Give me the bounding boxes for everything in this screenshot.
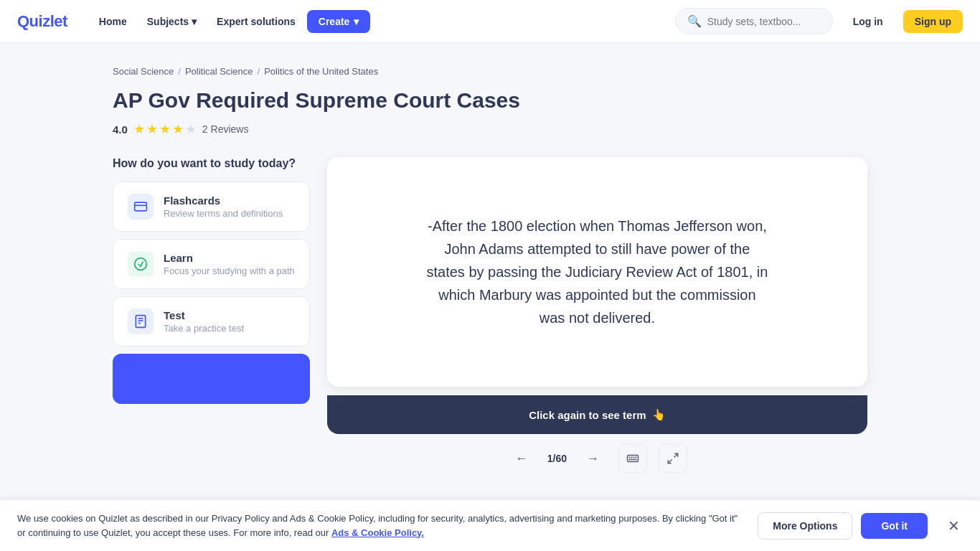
study-option-match-wrapper: Match Get faster at matching terms bbox=[113, 354, 310, 404]
logo[interactable]: Quizlet bbox=[17, 12, 67, 31]
keyboard-button[interactable] bbox=[618, 444, 647, 473]
match-icon bbox=[128, 366, 154, 392]
svg-rect-0 bbox=[135, 202, 147, 211]
card-nav: ← 1/60 → bbox=[327, 444, 867, 473]
card-counter: 1/60 bbox=[547, 453, 567, 464]
nav-expert-solutions[interactable]: Expert solutions bbox=[208, 10, 304, 33]
chevron-down-icon: ▾ bbox=[354, 16, 359, 27]
breadcrumb-sep-1: / bbox=[178, 66, 181, 77]
search-input[interactable] bbox=[707, 16, 821, 27]
star-4: ★ bbox=[172, 121, 184, 137]
breadcrumb-sep-2: / bbox=[258, 66, 260, 77]
login-button[interactable]: Log in bbox=[842, 10, 895, 33]
breadcrumb-social-science[interactable]: Social Science bbox=[113, 66, 174, 77]
breadcrumb-political-science[interactable]: Political Science bbox=[185, 66, 253, 77]
flashcards-title: Flashcards bbox=[164, 194, 283, 207]
study-option-match[interactable]: Match Get faster at matching terms bbox=[113, 354, 310, 404]
flashcards-icon bbox=[128, 194, 154, 220]
learn-icon bbox=[128, 251, 154, 277]
match-option-text: Match Get faster at matching terms bbox=[164, 367, 281, 391]
star-3: ★ bbox=[159, 121, 171, 137]
signup-button[interactable]: Sign up bbox=[903, 10, 963, 33]
learn-title: Learn bbox=[164, 252, 295, 264]
flashcard-text: -After the 1800 election when Thomas Jef… bbox=[425, 215, 769, 329]
svg-point-2 bbox=[135, 258, 147, 270]
rating-row: 4.0 ★ ★ ★ ★ ★ 2 Reviews bbox=[113, 121, 867, 137]
fullscreen-button[interactable] bbox=[659, 444, 687, 473]
study-option-learn[interactable]: Learn Focus your studying with a path bbox=[113, 239, 310, 289]
nav-right: 🔍 Log in Sign up bbox=[675, 8, 963, 34]
star-2: ★ bbox=[146, 121, 158, 137]
stars: ★ ★ ★ ★ ★ bbox=[133, 121, 197, 137]
match-title: Match bbox=[164, 367, 281, 379]
study-options-title: How do you want to study today? bbox=[113, 157, 310, 170]
nav-subjects[interactable]: Subjects ▾ bbox=[138, 10, 205, 33]
study-layout: How do you want to study today? Flashcar… bbox=[113, 157, 867, 473]
study-section: How do you want to study today? Flashcar… bbox=[113, 157, 310, 430]
star-5: ★ bbox=[185, 121, 197, 137]
prev-card-button[interactable]: ← bbox=[507, 444, 536, 473]
chevron-down-icon: ▾ bbox=[192, 16, 197, 27]
breadcrumb: Social Science / Political Science / Pol… bbox=[113, 66, 867, 77]
flashcard[interactable]: -After the 1800 election when Thomas Jef… bbox=[327, 157, 867, 387]
learn-subtitle: Focus your studying with a path bbox=[164, 265, 295, 276]
svg-line-15 bbox=[674, 453, 678, 457]
test-title: Test bbox=[164, 309, 244, 321]
search-icon: 🔍 bbox=[687, 14, 702, 28]
flashcard-container: -After the 1800 election when Thomas Jef… bbox=[327, 157, 867, 473]
rating-score: 4.0 bbox=[113, 123, 128, 136]
flashcard-action[interactable]: Click again to see term 👆 bbox=[327, 395, 867, 434]
flashcard-action-emoji: 👆 bbox=[652, 408, 666, 421]
fullscreen-icon bbox=[666, 452, 679, 465]
navbar: Quizlet Home Subjects ▾ Expert solutions… bbox=[0, 0, 980, 43]
search-bar[interactable]: 🔍 bbox=[675, 8, 833, 34]
next-card-button[interactable]: → bbox=[578, 444, 607, 473]
learn-option-text: Learn Focus your studying with a path bbox=[164, 252, 295, 276]
svg-line-16 bbox=[668, 460, 672, 463]
nav-links: Home Subjects ▾ Expert solutions Create … bbox=[90, 10, 675, 33]
quizlet-logo-text: Quizlet bbox=[17, 12, 67, 31]
keyboard-icon bbox=[626, 452, 639, 465]
star-1: ★ bbox=[133, 121, 145, 137]
svg-rect-7 bbox=[628, 456, 639, 462]
match-subtitle: Get faster at matching terms bbox=[164, 380, 281, 391]
test-option-text: Test Take a practice test bbox=[164, 309, 244, 334]
flashcards-subtitle: Review terms and definitions bbox=[164, 208, 283, 219]
study-option-flashcards[interactable]: Flashcards Review terms and definitions bbox=[113, 182, 310, 232]
flashcard-action-label: Click again to see term bbox=[529, 409, 646, 421]
create-button[interactable]: Create ▾ bbox=[307, 10, 371, 33]
test-subtitle: Take a practice test bbox=[164, 323, 244, 334]
main-content: Social Science / Political Science / Pol… bbox=[95, 43, 885, 496]
page-title: AP Gov Required Supreme Court Cases bbox=[113, 88, 867, 113]
study-option-test[interactable]: Test Take a practice test bbox=[113, 296, 310, 347]
study-options: How do you want to study today? Flashcar… bbox=[113, 157, 310, 404]
nav-home[interactable]: Home bbox=[90, 10, 136, 33]
flashcards-option-text: Flashcards Review terms and definitions bbox=[164, 194, 283, 219]
breadcrumb-politics-us[interactable]: Politics of the United States bbox=[264, 66, 378, 77]
reviews-text: 2 Reviews bbox=[202, 123, 249, 135]
test-icon bbox=[128, 309, 154, 334]
